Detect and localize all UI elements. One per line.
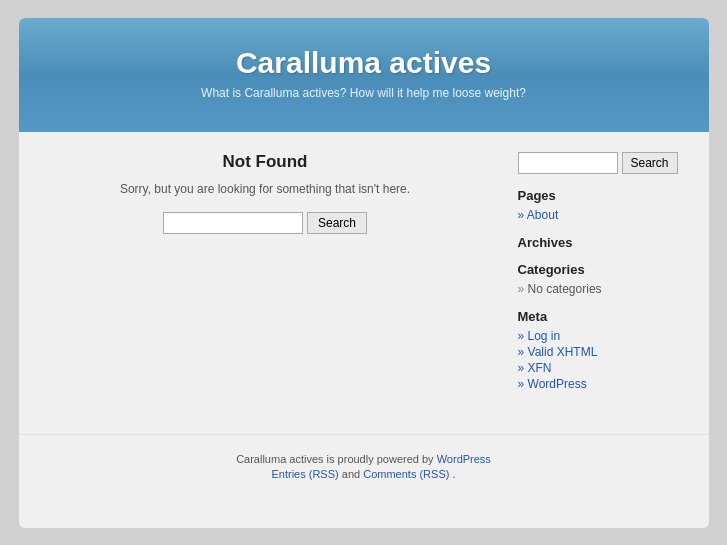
sidebar-about-link[interactable]: About	[518, 207, 693, 223]
site-tagline: What is Caralluma actives? How will it h…	[39, 86, 689, 100]
sidebar-wordpress-link[interactable]: WordPress	[518, 376, 693, 392]
sidebar-search-input[interactable]	[518, 152, 618, 174]
page-wrapper: Caralluma actives What is Caralluma acti…	[19, 18, 709, 528]
sidebar-categories-section: Categories No categories	[518, 262, 693, 297]
sidebar-categories-title: Categories	[518, 262, 693, 277]
sidebar-no-categories: No categories	[518, 281, 602, 297]
sidebar-xhtml-link[interactable]: Valid XHTML	[518, 344, 693, 360]
sidebar-pages-section: Pages About	[518, 188, 693, 223]
sidebar-archives-section: Archives	[518, 235, 693, 250]
sidebar-search-form: Search	[518, 152, 693, 174]
main-content: Not Found Sorry, but you are looking for…	[39, 152, 502, 404]
sidebar-meta-section: Meta Log in Valid XHTML XFN WordPress	[518, 309, 693, 392]
main-search-button[interactable]: Search	[307, 212, 367, 234]
sidebar-search-button[interactable]: Search	[622, 152, 678, 174]
site-header: Caralluma actives What is Caralluma acti…	[19, 18, 709, 132]
main-search-form: Search	[39, 212, 492, 234]
sidebar-meta-title: Meta	[518, 309, 693, 324]
sidebar-xfn-link[interactable]: XFN	[518, 360, 693, 376]
footer-comments-rss-link[interactable]: Comments (RSS)	[363, 468, 449, 480]
sidebar-pages-title: Pages	[518, 188, 693, 203]
footer-line1: Caralluma actives is proudly powered by …	[39, 453, 689, 465]
site-title: Caralluma actives	[39, 46, 689, 80]
sidebar-archives-title: Archives	[518, 235, 693, 250]
sidebar: Search Pages About Archives Categories N…	[518, 152, 693, 404]
not-found-text: Sorry, but you are looking for something…	[39, 182, 492, 196]
footer-entries-rss-link[interactable]: Entries (RSS)	[271, 468, 338, 480]
site-footer: Caralluma actives is proudly powered by …	[19, 434, 709, 494]
sidebar-login-link[interactable]: Log in	[518, 328, 693, 344]
body-area: Not Found Sorry, but you are looking for…	[19, 132, 709, 424]
not-found-title: Not Found	[39, 152, 492, 172]
main-search-input[interactable]	[163, 212, 303, 234]
footer-wordpress-link[interactable]: WordPress	[437, 453, 491, 465]
footer-line2: Entries (RSS) and Comments (RSS) .	[39, 468, 689, 480]
